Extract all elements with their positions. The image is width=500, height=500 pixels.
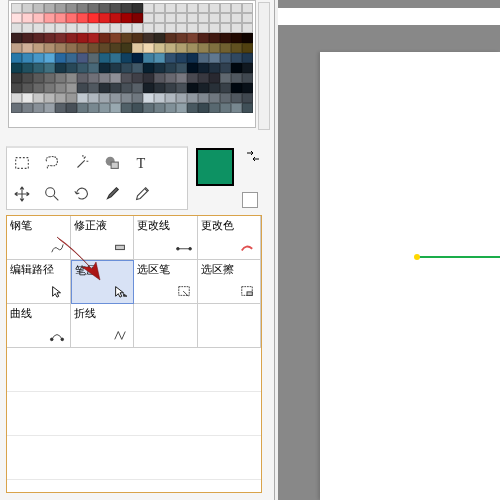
color-swatch[interactable] [22, 103, 33, 113]
color-swatch[interactable] [11, 73, 22, 83]
color-swatch[interactable] [88, 93, 99, 103]
color-swatch[interactable] [121, 73, 132, 83]
color-swatch[interactable] [165, 53, 176, 63]
tool-line-edit[interactable]: 更改线 [134, 216, 198, 260]
color-swatch[interactable] [66, 43, 77, 53]
color-swatch[interactable] [143, 93, 154, 103]
color-swatch[interactable] [110, 63, 121, 73]
color-swatch[interactable] [99, 73, 110, 83]
color-swatch[interactable] [154, 83, 165, 93]
color-swatch[interactable] [220, 3, 231, 13]
color-swatch[interactable] [110, 53, 121, 63]
tool-select-pen[interactable]: 选区笔 [134, 260, 198, 304]
color-swatch[interactable] [11, 13, 22, 23]
color-swatch[interactable] [187, 73, 198, 83]
color-swatch[interactable] [22, 33, 33, 43]
color-swatch[interactable] [242, 83, 253, 93]
tool-curve[interactable]: 曲线 [7, 304, 71, 348]
color-swatch[interactable] [176, 53, 187, 63]
color-swatch[interactable] [110, 93, 121, 103]
color-swatch[interactable] [121, 43, 132, 53]
color-swatch[interactable] [143, 83, 154, 93]
drawn-line[interactable] [418, 256, 500, 258]
color-swatch[interactable] [176, 83, 187, 93]
color-swatch[interactable] [22, 63, 33, 73]
color-swatch[interactable] [176, 103, 187, 113]
color-swatch[interactable] [77, 43, 88, 53]
color-swatch[interactable] [187, 23, 198, 33]
color-swatch[interactable] [231, 93, 242, 103]
foreground-color[interactable] [196, 148, 234, 186]
color-swatch[interactable] [154, 23, 165, 33]
color-swatch[interactable] [33, 23, 44, 33]
color-swatch[interactable] [99, 53, 110, 63]
color-swatch[interactable] [77, 93, 88, 103]
color-swatch[interactable] [99, 93, 110, 103]
color-swatch[interactable] [55, 53, 66, 63]
color-swatch[interactable] [165, 13, 176, 23]
move-icon[interactable] [7, 179, 37, 210]
color-swatch[interactable] [66, 73, 77, 83]
color-swatch[interactable] [165, 83, 176, 93]
color-swatch[interactable] [88, 73, 99, 83]
color-swatch[interactable] [176, 63, 187, 73]
color-swatch[interactable] [209, 23, 220, 33]
color-swatch[interactable] [55, 13, 66, 23]
color-swatch[interactable] [44, 83, 55, 93]
color-swatch[interactable] [242, 13, 253, 23]
magic-wand-icon[interactable] [67, 148, 97, 179]
color-swatch[interactable] [88, 13, 99, 23]
color-swatch[interactable] [110, 3, 121, 13]
color-swatch[interactable] [242, 93, 253, 103]
color-swatch[interactable] [132, 73, 143, 83]
color-swatch[interactable] [110, 23, 121, 33]
color-swatch[interactable] [88, 83, 99, 93]
color-swatch[interactable] [143, 13, 154, 23]
color-swatch[interactable] [44, 93, 55, 103]
color-swatch[interactable] [209, 13, 220, 23]
color-swatch[interactable] [99, 63, 110, 73]
color-swatch[interactable] [66, 83, 77, 93]
color-swatch[interactable] [132, 83, 143, 93]
color-swatch[interactable] [11, 63, 22, 73]
color-swatch[interactable] [121, 83, 132, 93]
color-swatch[interactable] [209, 73, 220, 83]
color-swatch[interactable] [77, 53, 88, 63]
color-swatch[interactable] [242, 43, 253, 53]
color-swatch[interactable] [165, 93, 176, 103]
color-swatch[interactable] [154, 3, 165, 13]
color-swatch[interactable] [99, 23, 110, 33]
color-swatch[interactable] [187, 93, 198, 103]
color-swatch[interactable] [11, 103, 22, 113]
color-swatch[interactable] [33, 53, 44, 63]
color-swatch[interactable] [33, 83, 44, 93]
zoom-icon[interactable] [37, 179, 67, 210]
color-swatch[interactable] [198, 33, 209, 43]
color-swatch[interactable] [77, 13, 88, 23]
tool-polyline[interactable]: 折线 [71, 304, 135, 348]
color-swatch[interactable] [187, 33, 198, 43]
color-swatch[interactable] [66, 63, 77, 73]
color-swatch[interactable] [187, 103, 198, 113]
color-swatch[interactable] [242, 3, 253, 13]
color-swatch[interactable] [209, 63, 220, 73]
color-swatch[interactable] [22, 43, 33, 53]
background-color[interactable] [242, 192, 258, 208]
color-swatch[interactable] [99, 83, 110, 93]
color-swatch[interactable] [209, 93, 220, 103]
color-swatch[interactable] [66, 93, 77, 103]
color-swatch[interactable] [44, 43, 55, 53]
color-swatch[interactable] [198, 3, 209, 13]
color-swatch[interactable] [187, 3, 198, 13]
color-swatch[interactable] [55, 3, 66, 13]
panel-scrollbar[interactable] [258, 2, 270, 130]
color-swatch[interactable] [121, 3, 132, 13]
color-swatch[interactable] [11, 3, 22, 13]
color-swatch[interactable] [11, 33, 22, 43]
color-swatch[interactable] [88, 103, 99, 113]
brush-icon[interactable] [97, 179, 127, 210]
eyedropper-icon[interactable] [127, 179, 157, 210]
color-swatch[interactable] [11, 23, 22, 33]
color-swatch[interactable] [44, 53, 55, 63]
color-swatch[interactable] [165, 23, 176, 33]
